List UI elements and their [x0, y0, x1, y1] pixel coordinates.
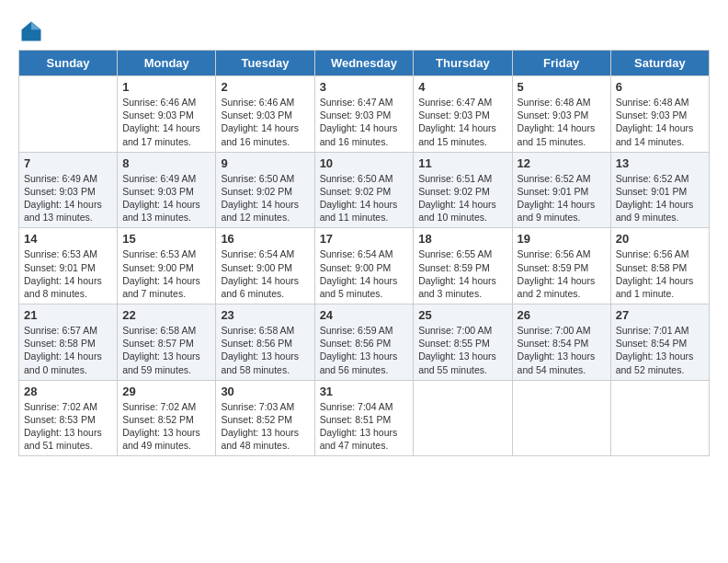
- day-info: Sunrise: 6:59 AM Sunset: 8:56 PM Dayligh…: [320, 324, 409, 376]
- day-cell: 26Sunrise: 7:00 AM Sunset: 8:54 PM Dayli…: [512, 304, 610, 381]
- day-number: 1: [122, 80, 210, 94]
- calendar-table: SundayMondayTuesdayWednesdayThursdayFrid…: [18, 50, 710, 456]
- day-number: 29: [122, 385, 210, 398]
- day-cell: 14Sunrise: 6:53 AM Sunset: 9:01 PM Dayli…: [19, 228, 118, 304]
- day-number: 6: [616, 80, 704, 94]
- col-header-wednesday: Wednesday: [314, 51, 414, 76]
- day-number: 23: [221, 308, 309, 322]
- day-cell: 16Sunrise: 6:54 AM Sunset: 9:00 PM Dayli…: [216, 228, 314, 304]
- day-cell: 6Sunrise: 6:48 AM Sunset: 9:03 PM Daylig…: [610, 76, 709, 153]
- week-row-5: 28Sunrise: 7:02 AM Sunset: 8:53 PM Dayli…: [19, 380, 710, 456]
- day-info: Sunrise: 7:00 AM Sunset: 8:55 PM Dayligh…: [418, 324, 506, 376]
- day-info: Sunrise: 6:52 AM Sunset: 9:01 PM Dayligh…: [518, 172, 606, 224]
- day-cell: 22Sunrise: 6:58 AM Sunset: 8:57 PM Dayli…: [118, 304, 216, 381]
- day-number: 30: [221, 385, 309, 398]
- day-cell: [19, 76, 118, 153]
- day-cell: 30Sunrise: 7:03 AM Sunset: 8:52 PM Dayli…: [216, 380, 314, 456]
- day-cell: 4Sunrise: 6:47 AM Sunset: 9:03 PM Daylig…: [414, 76, 512, 153]
- day-info: Sunrise: 6:55 AM Sunset: 8:59 PM Dayligh…: [418, 247, 506, 300]
- day-cell: 29Sunrise: 7:02 AM Sunset: 8:52 PM Dayli…: [118, 380, 216, 456]
- day-info: Sunrise: 6:56 AM Sunset: 8:59 PM Dayligh…: [518, 247, 606, 300]
- day-info: Sunrise: 6:56 AM Sunset: 8:58 PM Dayligh…: [616, 247, 704, 300]
- day-cell: 19Sunrise: 6:56 AM Sunset: 8:59 PM Dayli…: [512, 228, 610, 304]
- day-number: 18: [418, 232, 506, 246]
- day-number: 12: [518, 156, 606, 170]
- day-number: 3: [320, 80, 409, 94]
- day-number: 24: [320, 308, 409, 322]
- day-number: 20: [616, 232, 704, 246]
- col-header-thursday: Thursday: [414, 51, 512, 76]
- page-header: [18, 18, 710, 44]
- week-row-4: 21Sunrise: 6:57 AM Sunset: 8:58 PM Dayli…: [19, 304, 710, 381]
- col-header-saturday: Saturday: [610, 51, 709, 76]
- day-cell: 13Sunrise: 6:52 AM Sunset: 9:01 PM Dayli…: [610, 152, 709, 228]
- day-info: Sunrise: 6:53 AM Sunset: 9:00 PM Dayligh…: [122, 247, 210, 300]
- day-info: Sunrise: 6:58 AM Sunset: 8:56 PM Dayligh…: [221, 324, 309, 376]
- day-number: 4: [418, 80, 506, 94]
- day-info: Sunrise: 6:54 AM Sunset: 9:00 PM Dayligh…: [320, 247, 409, 300]
- day-info: Sunrise: 7:03 AM Sunset: 8:52 PM Dayligh…: [221, 400, 309, 453]
- col-header-sunday: Sunday: [19, 51, 118, 76]
- day-info: Sunrise: 6:52 AM Sunset: 9:01 PM Dayligh…: [616, 172, 704, 224]
- day-cell: [414, 380, 512, 456]
- day-cell: 20Sunrise: 6:56 AM Sunset: 8:58 PM Dayli…: [610, 228, 709, 304]
- week-row-3: 14Sunrise: 6:53 AM Sunset: 9:01 PM Dayli…: [19, 228, 710, 304]
- day-cell: 10Sunrise: 6:50 AM Sunset: 9:02 PM Dayli…: [314, 152, 414, 228]
- day-number: 31: [320, 385, 409, 398]
- day-info: Sunrise: 6:46 AM Sunset: 9:03 PM Dayligh…: [122, 96, 210, 148]
- day-cell: 3Sunrise: 6:47 AM Sunset: 9:03 PM Daylig…: [314, 76, 414, 153]
- day-number: 14: [24, 232, 112, 246]
- day-cell: 28Sunrise: 7:02 AM Sunset: 8:53 PM Dayli…: [19, 380, 118, 456]
- calendar-header-row: SundayMondayTuesdayWednesdayThursdayFrid…: [19, 51, 710, 76]
- day-cell: 17Sunrise: 6:54 AM Sunset: 9:00 PM Dayli…: [314, 228, 414, 304]
- col-header-monday: Monday: [118, 51, 216, 76]
- day-number: 10: [320, 156, 409, 170]
- day-cell: 11Sunrise: 6:51 AM Sunset: 9:02 PM Dayli…: [414, 152, 512, 228]
- day-number: 21: [24, 308, 112, 322]
- week-row-2: 7Sunrise: 6:49 AM Sunset: 9:03 PM Daylig…: [19, 152, 710, 228]
- day-cell: 2Sunrise: 6:46 AM Sunset: 9:03 PM Daylig…: [216, 76, 314, 153]
- day-info: Sunrise: 6:47 AM Sunset: 9:03 PM Dayligh…: [418, 96, 506, 148]
- day-cell: 25Sunrise: 7:00 AM Sunset: 8:55 PM Dayli…: [414, 304, 512, 381]
- day-info: Sunrise: 7:02 AM Sunset: 8:52 PM Dayligh…: [122, 400, 210, 453]
- day-info: Sunrise: 6:58 AM Sunset: 8:57 PM Dayligh…: [122, 324, 210, 376]
- day-info: Sunrise: 7:04 AM Sunset: 8:51 PM Dayligh…: [320, 400, 409, 453]
- col-header-tuesday: Tuesday: [216, 51, 314, 76]
- day-info: Sunrise: 6:46 AM Sunset: 9:03 PM Dayligh…: [221, 96, 309, 148]
- day-number: 17: [320, 232, 409, 246]
- day-cell: 1Sunrise: 6:46 AM Sunset: 9:03 PM Daylig…: [118, 76, 216, 153]
- day-info: Sunrise: 6:50 AM Sunset: 9:02 PM Dayligh…: [221, 172, 309, 224]
- day-number: 16: [221, 232, 309, 246]
- day-cell: 23Sunrise: 6:58 AM Sunset: 8:56 PM Dayli…: [216, 304, 314, 381]
- day-number: 2: [221, 80, 309, 94]
- day-info: Sunrise: 6:48 AM Sunset: 9:03 PM Dayligh…: [616, 96, 704, 148]
- day-info: Sunrise: 6:51 AM Sunset: 9:02 PM Dayligh…: [418, 172, 506, 224]
- day-number: 11: [418, 156, 506, 170]
- day-cell: 21Sunrise: 6:57 AM Sunset: 8:58 PM Dayli…: [19, 304, 118, 381]
- day-cell: 18Sunrise: 6:55 AM Sunset: 8:59 PM Dayli…: [414, 228, 512, 304]
- day-info: Sunrise: 6:48 AM Sunset: 9:03 PM Dayligh…: [518, 96, 606, 148]
- day-number: 22: [122, 308, 210, 322]
- day-number: 28: [24, 385, 112, 398]
- day-info: Sunrise: 6:47 AM Sunset: 9:03 PM Dayligh…: [320, 96, 409, 148]
- day-cell: 5Sunrise: 6:48 AM Sunset: 9:03 PM Daylig…: [512, 76, 610, 153]
- day-number: 13: [616, 156, 704, 170]
- day-number: 7: [24, 156, 112, 170]
- day-cell: 31Sunrise: 7:04 AM Sunset: 8:51 PM Dayli…: [314, 380, 414, 456]
- day-cell: 24Sunrise: 6:59 AM Sunset: 8:56 PM Dayli…: [314, 304, 414, 381]
- day-info: Sunrise: 6:50 AM Sunset: 9:02 PM Dayligh…: [320, 172, 409, 224]
- day-number: 15: [122, 232, 210, 246]
- day-number: 9: [221, 156, 309, 170]
- day-cell: 7Sunrise: 6:49 AM Sunset: 9:03 PM Daylig…: [19, 152, 118, 228]
- day-cell: [512, 380, 610, 456]
- day-number: 25: [418, 308, 506, 322]
- svg-marker-1: [31, 22, 41, 30]
- day-number: 27: [616, 308, 704, 322]
- day-number: 26: [518, 308, 606, 322]
- day-number: 5: [518, 80, 606, 94]
- day-info: Sunrise: 6:49 AM Sunset: 9:03 PM Dayligh…: [122, 172, 210, 224]
- week-row-1: 1Sunrise: 6:46 AM Sunset: 9:03 PM Daylig…: [19, 76, 710, 153]
- day-number: 19: [518, 232, 606, 246]
- day-cell: 8Sunrise: 6:49 AM Sunset: 9:03 PM Daylig…: [118, 152, 216, 228]
- day-cell: 9Sunrise: 6:50 AM Sunset: 9:02 PM Daylig…: [216, 152, 314, 228]
